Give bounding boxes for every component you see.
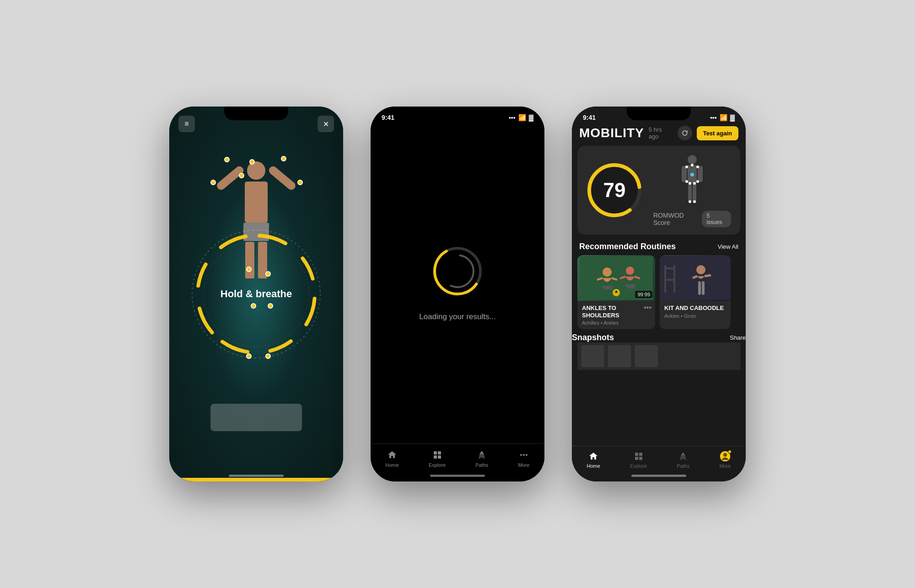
wifi-icon: 📶 — [518, 114, 526, 121]
snapshots-title: Snapshots — [572, 333, 614, 342]
phone2-screen: 9:41 ▪▪▪ 📶 ▓ Loading your results... — [371, 107, 544, 481]
svg-rect-49 — [635, 453, 638, 456]
routine-more-1[interactable]: ••• — [644, 304, 651, 312]
history-button[interactable] — [678, 126, 692, 140]
tracking-dot — [246, 353, 252, 359]
yoga-mat — [210, 404, 302, 431]
svg-point-23 — [691, 164, 694, 166]
tracking-dot — [239, 173, 244, 178]
svg-point-14 — [526, 454, 527, 456]
svg-rect-41 — [664, 279, 675, 281]
close-icon[interactable]: ✕ — [318, 116, 334, 132]
svg-point-27 — [696, 180, 699, 183]
nav-explore-label: Explore — [429, 462, 446, 468]
test-again-button[interactable]: Test again — [697, 126, 738, 140]
recommended-section-header: Recommended Routines View All — [572, 236, 746, 255]
phone3-time: 9:41 — [583, 114, 596, 121]
svg-rect-10 — [434, 455, 437, 459]
tracking-dot — [224, 157, 230, 162]
tracking-dot — [249, 159, 255, 165]
svg-rect-9 — [438, 451, 441, 454]
svg-rect-40 — [664, 267, 675, 269]
svg-point-54 — [723, 453, 727, 457]
more-icon — [518, 449, 529, 460]
loading-area: Loading your results... — [419, 121, 495, 444]
svg-rect-20 — [698, 166, 703, 182]
nav3-more[interactable]: More — [719, 451, 731, 469]
svg-rect-51 — [635, 457, 638, 460]
tracking-dot — [281, 156, 286, 161]
tracker-svg — [183, 221, 329, 367]
yellow-accent-bar — [169, 478, 343, 481]
routine-info-2: KIT AND CABOODLE Ankles • Groin — [660, 301, 731, 322]
paths-icon-3 — [678, 451, 689, 462]
nav3-home-label: Home — [587, 463, 600, 469]
snapshot-svg — [577, 342, 740, 370]
svg-rect-46 — [581, 345, 604, 367]
nav-more[interactable]: More — [518, 449, 529, 468]
svg-point-7 — [441, 255, 474, 287]
status-icons-3: ▪▪▪ 📶 ▓ — [710, 114, 735, 121]
svg-point-24 — [685, 166, 688, 168]
svg-point-12 — [520, 454, 522, 456]
home-icon-3 — [588, 451, 599, 462]
home-indicator-3 — [631, 475, 686, 477]
share-link[interactable]: Share — [730, 334, 746, 341]
svg-point-26 — [685, 180, 688, 183]
paths-icon — [476, 449, 487, 460]
score-circle: 79 — [585, 160, 644, 220]
svg-point-28 — [689, 182, 691, 185]
menu-icon[interactable]: ≡ — [178, 116, 195, 132]
svg-point-34 — [603, 267, 612, 277]
nav-paths[interactable]: Paths — [475, 449, 488, 468]
home-indicator — [229, 475, 284, 477]
tracking-dot — [268, 303, 273, 309]
routine-bg-2 — [660, 255, 731, 301]
status-icons: ▪▪▪ 📶 ▓ — [509, 114, 533, 121]
phone3-screen: 9:41 ▪▪▪ 📶 ▓ MOBILITY 5 hrs ago Test aga… — [572, 107, 746, 481]
recommended-title: Recommended Routines — [579, 242, 676, 251]
phone-camera: ≡ ✕ — [169, 107, 343, 481]
battery-icon: ▓ — [529, 114, 533, 121]
snapshots-section-header: Snapshots Share — [572, 329, 746, 342]
nav3-home[interactable]: Home — [587, 451, 600, 469]
svg-point-17 — [688, 155, 697, 164]
tracking-dot — [251, 303, 256, 309]
nav3-explore[interactable]: Explore — [630, 451, 647, 469]
body-figure-svg — [676, 153, 708, 208]
svg-point-3 — [198, 235, 315, 353]
routine-image-2 — [660, 256, 731, 300]
score-value: 79 — [603, 179, 626, 202]
tracking-dot — [265, 271, 271, 277]
phone3-notch — [627, 107, 691, 120]
nav3-paths[interactable]: Paths — [677, 451, 689, 469]
loading-text: Loading your results... — [419, 312, 495, 321]
svg-point-13 — [523, 454, 525, 456]
routine-card-2[interactable]: KIT AND CABOODLE Ankles • Groin — [660, 255, 731, 329]
svg-rect-22 — [693, 183, 696, 202]
routine-meta-2: Ankles • Groin — [664, 313, 726, 319]
phone1-notch — [224, 107, 288, 120]
battery-icon-3: ▓ — [730, 114, 735, 121]
tracking-dot — [210, 180, 216, 185]
svg-rect-19 — [682, 166, 687, 182]
view-all-link[interactable]: View All — [718, 243, 738, 250]
signal-icon-3: ▪▪▪ — [710, 114, 717, 121]
tracking-dot — [246, 267, 252, 272]
routine-thumb-2 — [660, 255, 731, 301]
routines-row: 99:99 ANKLES TO SHOULDERS Achilles • Ank… — [572, 255, 746, 329]
tracking-dot — [297, 180, 303, 185]
routine-card-1[interactable]: 99:99 ANKLES TO SHOULDERS Achilles • Ank… — [577, 255, 655, 329]
score-card: 79 — [577, 146, 740, 235]
routine-name-2: KIT AND CABOODLE — [664, 305, 726, 312]
explore-icon-3 — [633, 451, 644, 462]
nav-explore[interactable]: Explore — [429, 449, 446, 468]
nav-more-label: More — [518, 462, 529, 468]
circle-tracker: Hold & breathe — [183, 221, 329, 367]
snapshot-preview — [577, 342, 740, 370]
nav3-explore-label: Explore — [630, 463, 647, 469]
home-indicator-2 — [430, 475, 485, 477]
nav-home[interactable]: Home — [386, 449, 399, 468]
arm-right — [267, 165, 297, 192]
nav-paths-label: Paths — [475, 462, 488, 468]
